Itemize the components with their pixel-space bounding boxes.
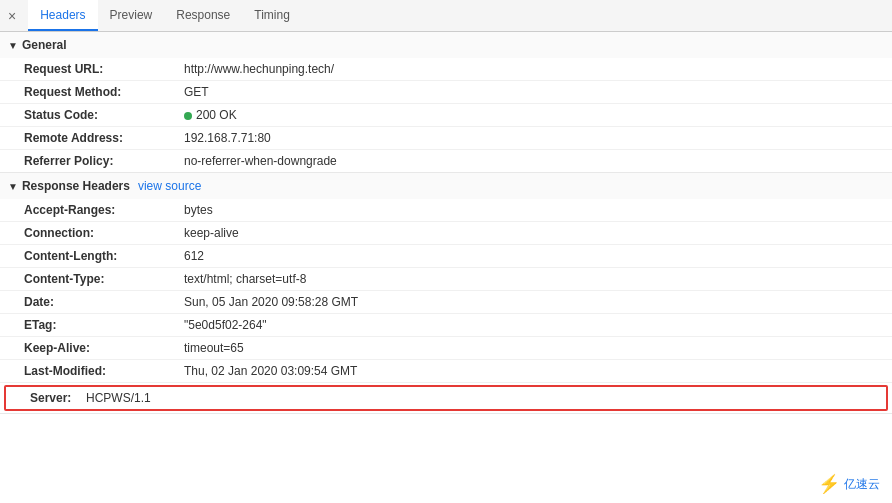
- response-headers-section-header[interactable]: ▼ Response Headers view source: [0, 173, 892, 199]
- watermark-text: 亿速云: [844, 476, 880, 493]
- field-referrer-policy: Referrer Policy: no-referrer-when-downgr…: [0, 150, 892, 172]
- field-accept-ranges: Accept-Ranges: bytes: [0, 199, 892, 222]
- remote-address-label: Remote Address:: [24, 131, 184, 145]
- request-method-value: GET: [184, 85, 209, 99]
- keep-alive-label: Keep-Alive:: [24, 341, 184, 355]
- field-status-code: Status Code: 200 OK: [0, 104, 892, 127]
- server-label: Server:: [30, 391, 86, 405]
- general-section-header[interactable]: ▼ General: [0, 32, 892, 58]
- etag-label: ETag:: [24, 318, 184, 332]
- content-length-label: Content-Length:: [24, 249, 184, 263]
- referrer-policy-label: Referrer Policy:: [24, 154, 184, 168]
- field-last-modified: Last-Modified: Thu, 02 Jan 2020 03:09:54…: [0, 360, 892, 383]
- field-server: Server: HCPWS/1.1: [4, 385, 888, 411]
- field-keep-alive: Keep-Alive: timeout=65: [0, 337, 892, 360]
- content-type-label: Content-Type:: [24, 272, 184, 286]
- general-title: General: [22, 38, 67, 52]
- tab-response[interactable]: Response: [164, 0, 242, 31]
- accept-ranges-label: Accept-Ranges:: [24, 203, 184, 217]
- view-source-link[interactable]: view source: [138, 179, 201, 193]
- field-remote-address: Remote Address: 192.168.7.71:80: [0, 127, 892, 150]
- request-method-label: Request Method:: [24, 85, 184, 99]
- status-code-value: 200 OK: [184, 108, 237, 122]
- content-type-value: text/html; charset=utf-8: [184, 272, 306, 286]
- response-headers-arrow-icon: ▼: [8, 181, 18, 192]
- tab-timing[interactable]: Timing: [242, 0, 302, 31]
- close-icon[interactable]: ×: [4, 6, 20, 26]
- field-content-type: Content-Type: text/html; charset=utf-8: [0, 268, 892, 291]
- server-value: HCPWS/1.1: [86, 391, 151, 405]
- general-arrow-icon: ▼: [8, 40, 18, 51]
- content-length-value: 612: [184, 249, 204, 263]
- response-headers-section: ▼ Response Headers view source Accept-Ra…: [0, 173, 892, 414]
- etag-value: "5e0d5f02-264": [184, 318, 267, 332]
- content-area: ▼ General Request URL: http://www.hechun…: [0, 32, 892, 503]
- field-date: Date: Sun, 05 Jan 2020 09:58:28 GMT: [0, 291, 892, 314]
- referrer-policy-value: no-referrer-when-downgrade: [184, 154, 337, 168]
- last-modified-label: Last-Modified:: [24, 364, 184, 378]
- watermark: ⚡ 亿速云: [818, 473, 880, 495]
- tab-bar: × Headers Preview Response Timing: [0, 0, 892, 32]
- accept-ranges-value: bytes: [184, 203, 213, 217]
- general-section: ▼ General Request URL: http://www.hechun…: [0, 32, 892, 173]
- response-headers-title: Response Headers: [22, 179, 130, 193]
- request-url-value: http://www.hechunping.tech/: [184, 62, 334, 76]
- tab-preview[interactable]: Preview: [98, 0, 165, 31]
- field-connection: Connection: keep-alive: [0, 222, 892, 245]
- field-request-url: Request URL: http://www.hechunping.tech/: [0, 58, 892, 81]
- field-request-method: Request Method: GET: [0, 81, 892, 104]
- remote-address-value: 192.168.7.71:80: [184, 131, 271, 145]
- keep-alive-value: timeout=65: [184, 341, 244, 355]
- date-value: Sun, 05 Jan 2020 09:58:28 GMT: [184, 295, 358, 309]
- status-dot-icon: [184, 112, 192, 120]
- status-code-label: Status Code:: [24, 108, 184, 122]
- request-url-label: Request URL:: [24, 62, 184, 76]
- connection-value: keep-alive: [184, 226, 239, 240]
- field-content-length: Content-Length: 612: [0, 245, 892, 268]
- field-etag: ETag: "5e0d5f02-264": [0, 314, 892, 337]
- watermark-icon: ⚡: [818, 473, 840, 495]
- connection-label: Connection:: [24, 226, 184, 240]
- last-modified-value: Thu, 02 Jan 2020 03:09:54 GMT: [184, 364, 357, 378]
- date-label: Date:: [24, 295, 184, 309]
- tab-headers[interactable]: Headers: [28, 0, 97, 31]
